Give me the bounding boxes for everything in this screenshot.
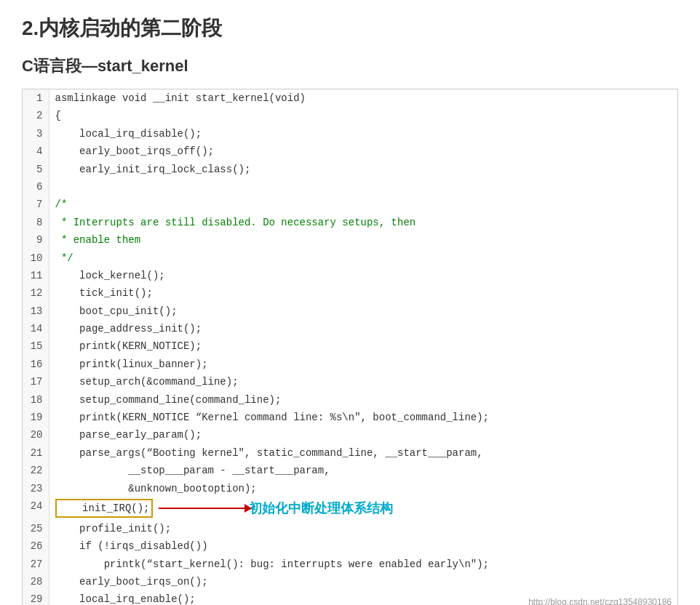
- line-number: 20: [23, 426, 49, 444]
- line-number: 25: [23, 520, 49, 537]
- table-row: 8 * Interrupts are still disabled. Do ne…: [23, 214, 677, 231]
- table-row: 11 lock_kernel();: [23, 267, 677, 284]
- table-row: 28 early_boot_irqs_on();: [23, 573, 677, 590]
- line-number: 4: [23, 143, 49, 160]
- code-block: 1asmlinkage void __init start_kernel(voi…: [22, 89, 678, 605]
- line-number: 19: [23, 409, 49, 426]
- line-code: printk(“start_kernel(): bug: interrupts …: [49, 556, 677, 573]
- line-number: 21: [23, 444, 49, 462]
- table-row: 7/*: [23, 196, 677, 213]
- line-code: */: [49, 249, 677, 267]
- line-number: 2: [23, 107, 49, 124]
- arrow-line-icon: [159, 508, 246, 509]
- table-row: 13 boot_cpu_init();: [23, 302, 677, 320]
- line-number: 16: [23, 356, 49, 373]
- table-row: 6: [23, 178, 677, 196]
- line-code: setup_command_line(command_line);: [49, 391, 677, 409]
- line-code: &unknown_bootoption);: [49, 480, 677, 497]
- line-code: parse_early_param();: [49, 426, 677, 444]
- table-row: 27 printk(“start_kernel(): bug: interrup…: [23, 556, 677, 573]
- table-row: 15 printk(KERN_NOTICE);: [23, 337, 677, 355]
- line-number: 24: [23, 497, 49, 520]
- line-code: {: [49, 107, 677, 124]
- line-code: early_init_irq_lock_class();: [49, 161, 677, 178]
- line-number: 26: [23, 537, 49, 555]
- table-row: 21 parse_args(“Booting kernel", static_c…: [23, 444, 677, 462]
- table-row: 10 */: [23, 249, 677, 267]
- table-row: 18 setup_command_line(command_line);: [23, 391, 677, 409]
- watermark: http://blog.csdn.net/czg13548930186: [528, 597, 672, 605]
- comment-text: */: [55, 252, 73, 264]
- line-number: 10: [23, 249, 49, 267]
- annotation-text: 初始化中断处理体系结构: [249, 498, 393, 519]
- sub-title: C语言段—start_kernel: [22, 55, 678, 77]
- line-number: 5: [23, 161, 49, 178]
- line-code: [49, 178, 677, 196]
- line-number: 3: [23, 125, 49, 143]
- line-code: __stop___param - __start___param,: [49, 462, 677, 479]
- table-row: 20 parse_early_param();: [23, 426, 677, 444]
- table-row: 25 profile_init();: [23, 520, 677, 537]
- arrow-annotation: 初始化中断处理体系结构: [159, 498, 393, 519]
- table-row: 12 tick_init();: [23, 284, 677, 302]
- line-number: 17: [23, 373, 49, 390]
- table-row: 23 &unknown_bootoption);: [23, 480, 677, 497]
- line-number: 8: [23, 214, 49, 231]
- line-code: * Interrupts are still disabled. Do nece…: [49, 214, 677, 231]
- line-number: 1: [23, 89, 49, 107]
- line-code: early_boot_irqs_on();: [49, 573, 677, 590]
- line-number: 12: [23, 284, 49, 302]
- table-row: 9 * enable them: [23, 231, 677, 249]
- highlight-code: init_IRQ();: [55, 499, 153, 518]
- line-code: profile_init();: [49, 520, 677, 537]
- line-number: 7: [23, 196, 49, 213]
- comment-text: * enable them: [55, 234, 141, 246]
- table-row: 24 init_IRQ();初始化中断处理体系结构: [23, 497, 677, 520]
- table-row: 3 local_irq_disable();: [23, 125, 677, 143]
- line-number: 15: [23, 337, 49, 355]
- table-row: 22 __stop___param - __start___param,: [23, 462, 677, 479]
- line-number: 23: [23, 480, 49, 497]
- table-row: 2{: [23, 107, 677, 124]
- line-number: 22: [23, 462, 49, 479]
- comment-text: /*: [55, 199, 68, 210]
- page-container: 2.内核启动的第二阶段 C语言段—start_kernel 1asmlinkag…: [0, 0, 700, 605]
- line-code: tick_init();: [49, 284, 677, 302]
- line-code: setup_arch(&command_line);: [49, 373, 677, 390]
- line-number: 27: [23, 556, 49, 573]
- line-code: if (!irqs_disabled()): [49, 537, 677, 555]
- line-number: 29: [23, 590, 49, 605]
- line-code: printk(KERN_NOTICE);: [49, 337, 677, 355]
- line-number: 13: [23, 302, 49, 320]
- line-number: 11: [23, 267, 49, 284]
- table-row: 14 page_address_init();: [23, 320, 677, 337]
- line-code: printk(linux_banner);: [49, 356, 677, 373]
- line-code: printk(KERN_NOTICE “Kernel command line:…: [49, 409, 677, 426]
- comment-text: * Interrupts are still disabled. Do nece…: [55, 217, 416, 228]
- line-code: early_boot_irqs_off();: [49, 143, 677, 160]
- table-row: 4 early_boot_irqs_off();: [23, 143, 677, 160]
- line-code: lock_kernel();: [49, 267, 677, 284]
- line-number: 9: [23, 231, 49, 249]
- table-row: 16 printk(linux_banner);: [23, 356, 677, 373]
- line-number: 28: [23, 573, 49, 590]
- line-number: 6: [23, 178, 49, 196]
- line-code: /*: [49, 196, 677, 213]
- line-code: local_irq_disable();: [49, 125, 677, 143]
- table-row: 26 if (!irqs_disabled()): [23, 537, 677, 555]
- main-title: 2.内核启动的第二阶段: [22, 15, 678, 42]
- line-code: boot_cpu_init();: [49, 302, 677, 320]
- line-number: 18: [23, 391, 49, 409]
- line-code: * enable them: [49, 231, 677, 249]
- table-row: 17 setup_arch(&command_line);: [23, 373, 677, 390]
- table-row: 5 early_init_irq_lock_class();: [23, 161, 677, 178]
- line-code: init_IRQ();初始化中断处理体系结构: [49, 497, 677, 520]
- line-code: page_address_init();: [49, 320, 677, 337]
- line-code: asmlinkage void __init start_kernel(void…: [49, 89, 677, 107]
- table-row: 1asmlinkage void __init start_kernel(voi…: [23, 89, 677, 107]
- table-row: 19 printk(KERN_NOTICE “Kernel command li…: [23, 409, 677, 426]
- code-table: 1asmlinkage void __init start_kernel(voi…: [23, 89, 677, 605]
- line-number: 14: [23, 320, 49, 337]
- line-code: parse_args(“Booting kernel", static_comm…: [49, 444, 677, 462]
